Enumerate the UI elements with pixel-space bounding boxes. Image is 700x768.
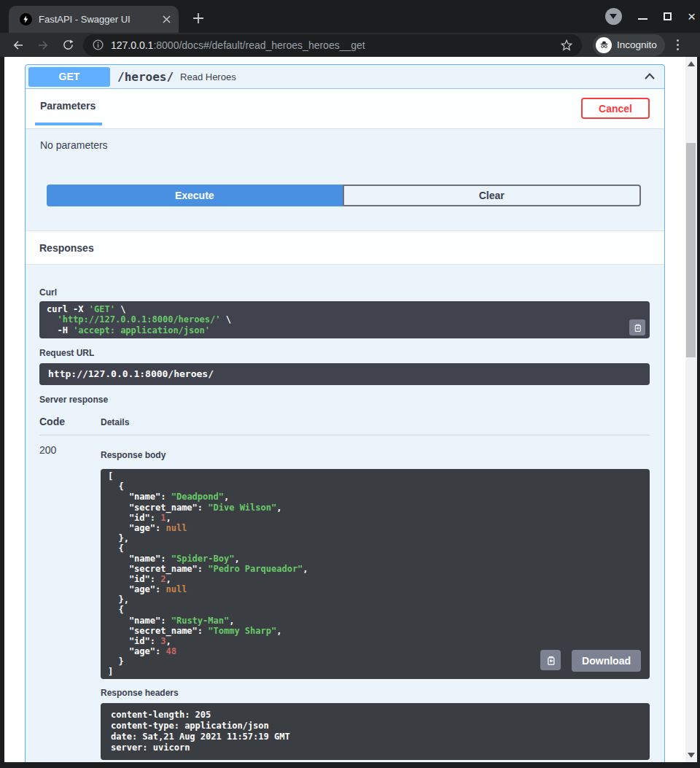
- copy-curl-icon[interactable]: [629, 319, 645, 335]
- incognito-label: Incognito: [617, 39, 657, 50]
- responses-title: Responses: [39, 242, 94, 254]
- response-body-label: Response body: [101, 450, 650, 460]
- method-badge: GET: [28, 67, 110, 87]
- parameters-title: Parameters: [40, 100, 96, 112]
- copy-response-icon[interactable]: [540, 650, 561, 670]
- operation-summary: Read Heroes: [180, 71, 236, 82]
- site-info-icon[interactable]: [92, 39, 104, 51]
- page-content: GET /heroes/ Read Heroes Parameters Canc…: [4, 57, 685, 762]
- browser-titlebar: FastAPI - Swagger UI ×: [0, 0, 700, 33]
- browser-tab[interactable]: FastAPI - Swagger UI: [9, 6, 179, 33]
- cancel-button[interactable]: Cancel: [581, 98, 650, 119]
- page-scrollbar[interactable]: [685, 57, 697, 762]
- curl-label: Curl: [39, 287, 650, 298]
- incognito-icon: [596, 37, 612, 53]
- collapse-chevron-icon[interactable]: [642, 69, 657, 84]
- code-column-header: Code: [39, 416, 101, 427]
- fastapi-favicon-icon: [20, 13, 32, 26]
- new-tab-button[interactable]: [188, 8, 209, 28]
- address-bar[interactable]: 127.0.0.1:8000/docs#/default/read_heroes…: [83, 34, 582, 56]
- details-column-header: Details: [101, 417, 129, 427]
- response-body: [ { "name": "Deadpond", "secret_name": "…: [101, 469, 650, 679]
- opblock-summary[interactable]: GET /heroes/ Read Heroes: [26, 65, 664, 89]
- execute-row: Execute Clear: [47, 185, 641, 206]
- responses-header: Responses: [26, 230, 664, 265]
- browser-update-icon[interactable]: [605, 8, 622, 25]
- browser-menu-icon[interactable]: [677, 39, 679, 50]
- status-code: 200: [39, 444, 101, 760]
- responses-table: Code Details 200 Response body [ { "name…: [39, 416, 650, 760]
- scrollbar-up-icon[interactable]: [688, 61, 695, 66]
- opblock-get-heroes: GET /heroes/ Read Heroes Parameters Canc…: [25, 64, 665, 762]
- tab-title: FastAPI - Swagger UI: [39, 14, 160, 25]
- tab-close-icon[interactable]: [160, 13, 173, 26]
- back-button[interactable]: [10, 37, 26, 53]
- url-text: 127.0.0.1:8000/docs#/default/read_heroes…: [111, 39, 557, 51]
- active-tab-underline: [35, 123, 102, 125]
- reload-button[interactable]: [60, 37, 76, 53]
- download-button[interactable]: Download: [572, 650, 641, 672]
- operation-path: /heroes/: [117, 70, 174, 84]
- response-headers: content-length: 205 content-type: applic…: [101, 703, 650, 760]
- response-row-200: 200 Response body [ { "name": "Deadpond"…: [39, 435, 650, 760]
- browser-toolbar: 127.0.0.1:8000/docs#/default/read_heroes…: [0, 33, 700, 57]
- incognito-badge: Incognito: [593, 34, 665, 56]
- server-response-label: Server response: [39, 395, 650, 405]
- minimize-button[interactable]: [638, 18, 648, 20]
- response-headers-label: Response headers: [101, 688, 650, 698]
- no-parameters-text: No parameters: [26, 129, 664, 151]
- bookmark-star-icon[interactable]: [560, 39, 573, 52]
- execute-button[interactable]: Execute: [47, 185, 343, 206]
- maximize-button[interactable]: [664, 12, 672, 20]
- curl-command: curl -X 'GET' \ 'http://127.0.0.1:8000/h…: [39, 301, 650, 338]
- request-url-label: Request URL: [39, 348, 650, 358]
- close-window-button[interactable]: ×: [688, 9, 696, 23]
- forward-button[interactable]: [35, 37, 51, 53]
- request-url-value: http://127.0.0.1:8000/heroes/: [39, 363, 650, 385]
- scrollbar-thumb[interactable]: [686, 143, 696, 357]
- clear-button[interactable]: Clear: [343, 185, 642, 206]
- scrollbar-down-icon[interactable]: [688, 753, 695, 758]
- parameters-header: Parameters Cancel: [26, 89, 664, 129]
